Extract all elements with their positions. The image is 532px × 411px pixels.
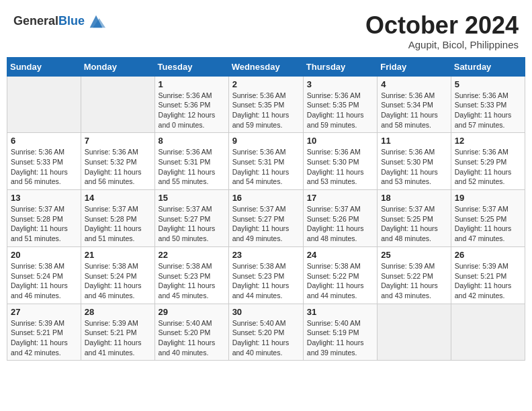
day-number: 27 <box>11 307 77 317</box>
calendar-day-cell: 19Sunrise: 5:37 AMSunset: 5:25 PMDayligh… <box>451 190 525 247</box>
day-number: 19 <box>455 193 521 203</box>
day-info: Sunrise: 5:39 AMSunset: 5:21 PMDaylight:… <box>11 318 77 358</box>
calendar-week-row: 20Sunrise: 5:38 AMSunset: 5:24 PMDayligh… <box>7 246 525 304</box>
calendar-day-cell: 14Sunrise: 5:37 AMSunset: 5:28 PMDayligh… <box>81 190 154 247</box>
day-info: Sunrise: 5:40 AMSunset: 5:19 PMDaylight:… <box>307 318 373 358</box>
day-number: 17 <box>307 193 373 203</box>
calendar-day-cell: 2Sunrise: 5:36 AMSunset: 5:35 PMDaylight… <box>228 76 303 133</box>
calendar-day-cell: 7Sunrise: 5:36 AMSunset: 5:32 PMDaylight… <box>81 133 154 190</box>
day-info: Sunrise: 5:37 AMSunset: 5:28 PMDaylight:… <box>85 204 151 244</box>
header: GeneralBlue October 2024 Agupit, Bicol, … <box>7 7 525 54</box>
day-info: Sunrise: 5:38 AMSunset: 5:24 PMDaylight:… <box>11 261 77 301</box>
calendar-day-cell: 9Sunrise: 5:36 AMSunset: 5:31 PMDaylight… <box>228 133 303 190</box>
calendar-day-cell: 30Sunrise: 5:40 AMSunset: 5:20 PMDayligh… <box>228 304 303 361</box>
calendar-week-row: 13Sunrise: 5:37 AMSunset: 5:28 PMDayligh… <box>7 190 525 247</box>
day-number: 26 <box>455 250 521 260</box>
calendar-day-cell: 15Sunrise: 5:37 AMSunset: 5:27 PMDayligh… <box>154 190 228 247</box>
day-number: 9 <box>232 136 300 146</box>
calendar-day-cell: 4Sunrise: 5:36 AMSunset: 5:34 PMDaylight… <box>378 76 451 133</box>
day-number: 14 <box>85 193 151 203</box>
day-info: Sunrise: 5:36 AMSunset: 5:35 PMDaylight:… <box>307 91 373 130</box>
calendar-day-cell: 5Sunrise: 5:36 AMSunset: 5:33 PMDaylight… <box>451 76 525 133</box>
day-number: 6 <box>11 136 77 146</box>
calendar-day-cell <box>378 304 451 361</box>
calendar-header-cell: Monday <box>81 57 154 76</box>
day-number: 22 <box>159 250 225 260</box>
day-number: 21 <box>85 250 151 260</box>
day-info: Sunrise: 5:39 AMSunset: 5:21 PMDaylight:… <box>455 261 521 301</box>
month-title: October 2024 <box>365 12 519 39</box>
day-info: Sunrise: 5:39 AMSunset: 5:22 PMDaylight:… <box>381 261 447 301</box>
day-number: 16 <box>232 193 300 203</box>
day-number: 11 <box>381 136 447 146</box>
logo-icon <box>87 12 105 31</box>
calendar-day-cell: 21Sunrise: 5:38 AMSunset: 5:24 PMDayligh… <box>81 246 154 304</box>
calendar-day-cell: 28Sunrise: 5:39 AMSunset: 5:21 PMDayligh… <box>81 304 154 361</box>
day-number: 7 <box>85 136 151 146</box>
calendar-day-cell: 16Sunrise: 5:37 AMSunset: 5:27 PMDayligh… <box>228 190 303 247</box>
day-number: 4 <box>381 79 447 89</box>
calendar-header: SundayMondayTuesdayWednesdayThursdayFrid… <box>7 57 525 76</box>
calendar-day-cell: 18Sunrise: 5:37 AMSunset: 5:25 PMDayligh… <box>378 190 451 247</box>
calendar-day-cell: 13Sunrise: 5:37 AMSunset: 5:28 PMDayligh… <box>7 190 81 247</box>
day-number: 15 <box>159 193 225 203</box>
day-number: 13 <box>11 193 77 203</box>
day-info: Sunrise: 5:38 AMSunset: 5:24 PMDaylight:… <box>85 261 151 301</box>
day-number: 28 <box>85 307 151 317</box>
calendar-day-cell: 27Sunrise: 5:39 AMSunset: 5:21 PMDayligh… <box>7 304 81 361</box>
day-info: Sunrise: 5:38 AMSunset: 5:23 PMDaylight:… <box>159 261 225 301</box>
calendar-day-cell: 3Sunrise: 5:36 AMSunset: 5:35 PMDaylight… <box>303 76 377 133</box>
day-number: 25 <box>381 250 447 260</box>
day-info: Sunrise: 5:37 AMSunset: 5:27 PMDaylight:… <box>159 204 225 244</box>
day-info: Sunrise: 5:36 AMSunset: 5:35 PMDaylight:… <box>232 91 300 130</box>
day-info: Sunrise: 5:39 AMSunset: 5:21 PMDaylight:… <box>85 318 151 358</box>
day-info: Sunrise: 5:36 AMSunset: 5:33 PMDaylight:… <box>455 91 521 130</box>
calendar-week-row: 6Sunrise: 5:36 AMSunset: 5:33 PMDaylight… <box>7 133 525 190</box>
day-info: Sunrise: 5:37 AMSunset: 5:26 PMDaylight:… <box>307 204 373 244</box>
logo-general: GeneralBlue <box>13 15 85 28</box>
calendar-day-cell: 8Sunrise: 5:36 AMSunset: 5:31 PMDaylight… <box>154 133 228 190</box>
day-info: Sunrise: 5:37 AMSunset: 5:28 PMDaylight:… <box>11 204 77 244</box>
day-number: 2 <box>232 79 300 89</box>
calendar-day-cell: 26Sunrise: 5:39 AMSunset: 5:21 PMDayligh… <box>451 246 525 304</box>
calendar-day-cell: 20Sunrise: 5:38 AMSunset: 5:24 PMDayligh… <box>7 246 81 304</box>
calendar-day-cell: 12Sunrise: 5:36 AMSunset: 5:29 PMDayligh… <box>451 133 525 190</box>
day-number: 23 <box>232 250 300 260</box>
calendar-day-cell: 31Sunrise: 5:40 AMSunset: 5:19 PMDayligh… <box>303 304 377 361</box>
day-info: Sunrise: 5:36 AMSunset: 5:36 PMDaylight:… <box>159 91 225 130</box>
day-info: Sunrise: 5:38 AMSunset: 5:22 PMDaylight:… <box>307 261 373 301</box>
calendar-header-cell: Sunday <box>7 57 81 76</box>
calendar-day-cell: 11Sunrise: 5:36 AMSunset: 5:30 PMDayligh… <box>378 133 451 190</box>
calendar-day-cell <box>451 304 525 361</box>
calendar-body: 1Sunrise: 5:36 AMSunset: 5:36 PMDaylight… <box>7 76 525 361</box>
calendar-day-cell: 6Sunrise: 5:36 AMSunset: 5:33 PMDaylight… <box>7 133 81 190</box>
day-info: Sunrise: 5:36 AMSunset: 5:31 PMDaylight:… <box>232 147 300 187</box>
day-number: 31 <box>307 307 373 317</box>
calendar-day-cell: 23Sunrise: 5:38 AMSunset: 5:23 PMDayligh… <box>228 246 303 304</box>
calendar-header-cell: Tuesday <box>154 57 228 76</box>
day-number: 1 <box>159 79 225 89</box>
calendar-header-cell: Thursday <box>303 57 377 76</box>
calendar-week-row: 1Sunrise: 5:36 AMSunset: 5:36 PMDaylight… <box>7 76 525 133</box>
calendar-header-row: SundayMondayTuesdayWednesdayThursdayFrid… <box>7 57 525 76</box>
day-number: 29 <box>159 307 225 317</box>
calendar-day-cell <box>81 76 154 133</box>
day-info: Sunrise: 5:38 AMSunset: 5:23 PMDaylight:… <box>232 261 300 301</box>
logo: GeneralBlue <box>13 12 105 31</box>
day-info: Sunrise: 5:36 AMSunset: 5:30 PMDaylight:… <box>307 147 373 187</box>
day-info: Sunrise: 5:36 AMSunset: 5:32 PMDaylight:… <box>85 147 151 187</box>
day-number: 18 <box>381 193 447 203</box>
day-info: Sunrise: 5:37 AMSunset: 5:25 PMDaylight:… <box>455 204 521 244</box>
day-info: Sunrise: 5:40 AMSunset: 5:20 PMDaylight:… <box>159 318 225 358</box>
calendar-day-cell: 24Sunrise: 5:38 AMSunset: 5:22 PMDayligh… <box>303 246 377 304</box>
day-number: 24 <box>307 250 373 260</box>
day-info: Sunrise: 5:36 AMSunset: 5:34 PMDaylight:… <box>381 91 447 130</box>
calendar-header-cell: Saturday <box>451 57 525 76</box>
calendar-day-cell: 1Sunrise: 5:36 AMSunset: 5:36 PMDaylight… <box>154 76 228 133</box>
day-info: Sunrise: 5:37 AMSunset: 5:25 PMDaylight:… <box>381 204 447 244</box>
day-info: Sunrise: 5:36 AMSunset: 5:33 PMDaylight:… <box>11 147 77 187</box>
day-number: 8 <box>159 136 225 146</box>
calendar-day-cell: 10Sunrise: 5:36 AMSunset: 5:30 PMDayligh… <box>303 133 377 190</box>
calendar: SundayMondayTuesdayWednesdayThursdayFrid… <box>7 57 525 361</box>
calendar-day-cell: 22Sunrise: 5:38 AMSunset: 5:23 PMDayligh… <box>154 246 228 304</box>
